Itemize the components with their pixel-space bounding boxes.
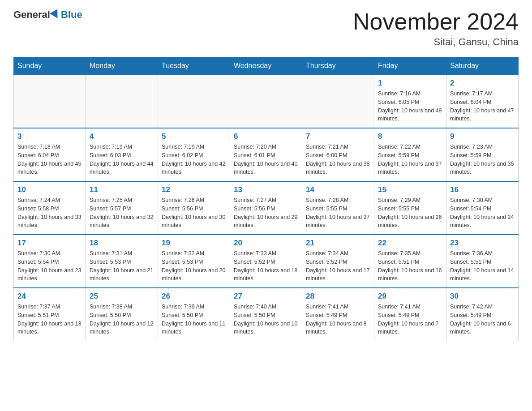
day-info: Sunrise: 7:41 AMSunset: 5:49 PMDaylight:… (378, 303, 442, 336)
day-info: Sunrise: 7:17 AMSunset: 6:04 PMDaylight:… (450, 90, 515, 123)
week-row-1: 1Sunrise: 7:16 AMSunset: 6:05 PMDaylight… (14, 75, 519, 128)
header-tuesday: Tuesday (158, 57, 230, 75)
day-number: 27 (234, 292, 298, 301)
day-info: Sunrise: 7:38 AMSunset: 5:50 PMDaylight:… (90, 303, 154, 336)
header-friday: Friday (374, 57, 446, 75)
day-number: 30 (450, 292, 515, 301)
day-number: 28 (306, 292, 370, 301)
day-cell: 17Sunrise: 7:30 AMSunset: 5:54 PMDayligh… (14, 235, 86, 288)
day-cell: 26Sunrise: 7:39 AMSunset: 5:50 PMDayligh… (158, 288, 230, 341)
day-info: Sunrise: 7:25 AMSunset: 5:57 PMDaylight:… (90, 196, 154, 230)
day-cell: 7Sunrise: 7:21 AMSunset: 6:00 PMDaylight… (302, 128, 374, 181)
day-info: Sunrise: 7:29 AMSunset: 5:55 PMDaylight:… (378, 196, 442, 230)
day-info: Sunrise: 7:28 AMSunset: 5:55 PMDaylight:… (306, 196, 370, 230)
day-number: 21 (306, 239, 370, 248)
day-cell: 11Sunrise: 7:25 AMSunset: 5:57 PMDayligh… (86, 181, 158, 235)
logo-blue-text: Blue (61, 9, 82, 21)
day-number: 1 (378, 79, 442, 88)
day-number: 20 (234, 239, 298, 248)
day-info: Sunrise: 7:33 AMSunset: 5:52 PMDaylight:… (234, 249, 298, 283)
day-cell: 12Sunrise: 7:26 AMSunset: 5:56 PMDayligh… (158, 181, 230, 235)
day-info: Sunrise: 7:26 AMSunset: 5:56 PMDaylight:… (162, 196, 226, 230)
week-row-2: 3Sunrise: 7:18 AMSunset: 6:04 PMDaylight… (14, 128, 519, 181)
day-cell: 3Sunrise: 7:18 AMSunset: 6:04 PMDaylight… (14, 128, 86, 181)
day-number: 4 (90, 132, 154, 141)
day-cell: 5Sunrise: 7:19 AMSunset: 6:02 PMDaylight… (158, 128, 230, 181)
day-cell: 30Sunrise: 7:42 AMSunset: 5:49 PMDayligh… (446, 288, 519, 341)
day-number: 2 (450, 79, 515, 88)
day-number: 7 (306, 132, 370, 141)
day-cell (14, 75, 86, 128)
header-sunday: Sunday (14, 57, 86, 75)
day-info: Sunrise: 7:20 AMSunset: 6:01 PMDaylight:… (234, 143, 298, 176)
day-number: 11 (90, 185, 154, 194)
day-number: 22 (378, 239, 442, 248)
day-info: Sunrise: 7:42 AMSunset: 5:49 PMDaylight:… (450, 303, 515, 336)
header-wednesday: Wednesday (230, 57, 302, 75)
header: General Blue November 2024 Sitai, Gansu,… (13, 9, 519, 48)
day-cell (86, 75, 158, 128)
day-cell (158, 75, 230, 128)
week-row-5: 24Sunrise: 7:37 AMSunset: 5:51 PMDayligh… (14, 288, 519, 341)
day-number: 18 (90, 239, 154, 248)
day-info: Sunrise: 7:40 AMSunset: 5:50 PMDaylight:… (234, 303, 298, 336)
week-row-3: 10Sunrise: 7:24 AMSunset: 5:58 PMDayligh… (14, 181, 519, 235)
day-cell: 24Sunrise: 7:37 AMSunset: 5:51 PMDayligh… (14, 288, 86, 341)
day-number: 6 (234, 132, 298, 141)
day-cell (302, 75, 374, 128)
header-saturday: Saturday (446, 57, 519, 75)
day-number: 17 (17, 239, 82, 248)
day-cell: 29Sunrise: 7:41 AMSunset: 5:49 PMDayligh… (374, 288, 446, 341)
day-info: Sunrise: 7:32 AMSunset: 5:53 PMDaylight:… (162, 249, 226, 283)
day-number: 10 (17, 185, 82, 194)
day-info: Sunrise: 7:22 AMSunset: 5:59 PMDaylight:… (378, 143, 442, 176)
day-info: Sunrise: 7:30 AMSunset: 5:54 PMDaylight:… (450, 196, 515, 230)
day-cell: 4Sunrise: 7:19 AMSunset: 6:03 PMDaylight… (86, 128, 158, 181)
day-info: Sunrise: 7:21 AMSunset: 6:00 PMDaylight:… (306, 143, 370, 176)
day-number: 24 (17, 292, 82, 301)
day-header-row: Sunday Monday Tuesday Wednesday Thursday… (14, 57, 519, 75)
day-cell (230, 75, 302, 128)
day-info: Sunrise: 7:30 AMSunset: 5:54 PMDaylight:… (17, 249, 82, 283)
day-cell: 2Sunrise: 7:17 AMSunset: 6:04 PMDaylight… (446, 75, 519, 128)
day-number: 15 (378, 185, 442, 194)
logo-general-text: General (13, 9, 50, 21)
day-cell: 6Sunrise: 7:20 AMSunset: 6:01 PMDaylight… (230, 128, 302, 181)
day-number: 25 (90, 292, 154, 301)
day-number: 23 (450, 239, 515, 248)
day-info: Sunrise: 7:34 AMSunset: 5:52 PMDaylight:… (306, 249, 370, 283)
logo: General Blue (13, 9, 82, 21)
day-cell: 20Sunrise: 7:33 AMSunset: 5:52 PMDayligh… (230, 235, 302, 288)
day-cell: 21Sunrise: 7:34 AMSunset: 5:52 PMDayligh… (302, 235, 374, 288)
day-info: Sunrise: 7:41 AMSunset: 5:49 PMDaylight:… (306, 303, 370, 336)
day-cell: 18Sunrise: 7:31 AMSunset: 5:53 PMDayligh… (86, 235, 158, 288)
day-cell: 8Sunrise: 7:22 AMSunset: 5:59 PMDaylight… (374, 128, 446, 181)
location: Sitai, Gansu, China (353, 36, 519, 48)
day-info: Sunrise: 7:35 AMSunset: 5:51 PMDaylight:… (378, 249, 442, 283)
day-number: 8 (378, 132, 442, 141)
day-info: Sunrise: 7:23 AMSunset: 5:59 PMDaylight:… (450, 143, 515, 176)
day-number: 13 (234, 185, 298, 194)
day-cell: 23Sunrise: 7:36 AMSunset: 5:51 PMDayligh… (446, 235, 519, 288)
day-info: Sunrise: 7:19 AMSunset: 6:03 PMDaylight:… (90, 143, 154, 176)
day-number: 16 (450, 185, 515, 194)
day-number: 3 (17, 132, 82, 141)
day-cell: 16Sunrise: 7:30 AMSunset: 5:54 PMDayligh… (446, 181, 519, 235)
day-cell: 14Sunrise: 7:28 AMSunset: 5:55 PMDayligh… (302, 181, 374, 235)
day-cell: 27Sunrise: 7:40 AMSunset: 5:50 PMDayligh… (230, 288, 302, 341)
day-info: Sunrise: 7:36 AMSunset: 5:51 PMDaylight:… (450, 249, 515, 283)
title-area: November 2024 Sitai, Gansu, China (353, 9, 519, 48)
day-number: 14 (306, 185, 370, 194)
day-cell: 19Sunrise: 7:32 AMSunset: 5:53 PMDayligh… (158, 235, 230, 288)
day-cell: 28Sunrise: 7:41 AMSunset: 5:49 PMDayligh… (302, 288, 374, 341)
header-thursday: Thursday (302, 57, 374, 75)
day-cell: 10Sunrise: 7:24 AMSunset: 5:58 PMDayligh… (14, 181, 86, 235)
day-number: 26 (162, 292, 226, 301)
day-number: 19 (162, 239, 226, 248)
day-info: Sunrise: 7:37 AMSunset: 5:51 PMDaylight:… (17, 303, 82, 336)
day-info: Sunrise: 7:24 AMSunset: 5:58 PMDaylight:… (17, 196, 82, 230)
header-monday: Monday (86, 57, 158, 75)
day-info: Sunrise: 7:19 AMSunset: 6:02 PMDaylight:… (162, 143, 226, 176)
week-row-4: 17Sunrise: 7:30 AMSunset: 5:54 PMDayligh… (14, 235, 519, 288)
day-cell: 13Sunrise: 7:27 AMSunset: 5:56 PMDayligh… (230, 181, 302, 235)
